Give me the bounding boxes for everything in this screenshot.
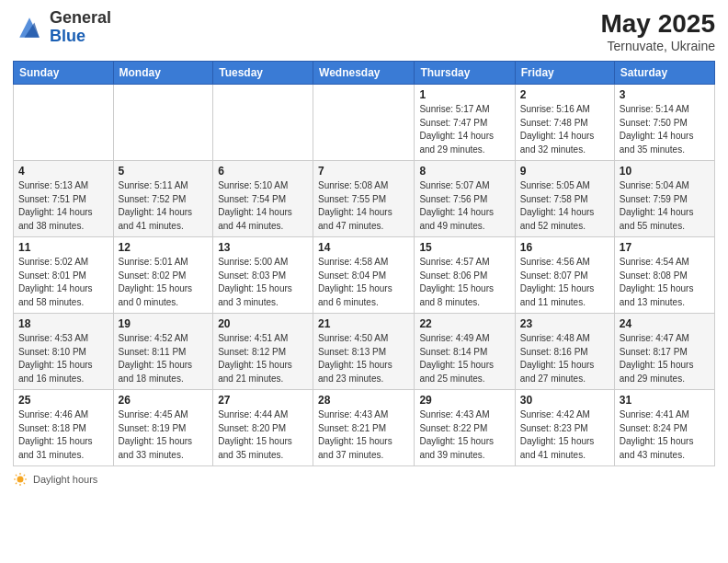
calendar-week-1: 1Sunrise: 5:17 AM Sunset: 7:47 PM Daylig… [14, 85, 715, 161]
calendar-cell: 2Sunrise: 5:16 AM Sunset: 7:48 PM Daylig… [515, 85, 614, 161]
day-info: Sunrise: 5:05 AM Sunset: 7:58 PM Dayligh… [520, 179, 609, 233]
day-number: 22 [419, 317, 509, 330]
day-info: Sunrise: 5:10 AM Sunset: 7:54 PM Dayligh… [218, 179, 308, 233]
calendar-cell: 6Sunrise: 5:10 AM Sunset: 7:54 PM Daylig… [213, 161, 313, 237]
month-year: May 2025 [600, 9, 715, 39]
day-number: 13 [218, 241, 308, 254]
day-number: 27 [218, 394, 308, 407]
logo: General Blue [13, 9, 111, 46]
calendar-cell: 17Sunrise: 4:54 AM Sunset: 8:08 PM Dayli… [614, 237, 714, 314]
calendar-cell: 23Sunrise: 4:48 AM Sunset: 8:16 PM Dayli… [515, 314, 614, 390]
sun-icon [13, 472, 28, 487]
calendar-cell: 12Sunrise: 5:01 AM Sunset: 8:02 PM Dayli… [113, 237, 213, 314]
calendar-week-2: 4Sunrise: 5:13 AM Sunset: 7:51 PM Daylig… [14, 161, 715, 237]
calendar-cell: 19Sunrise: 4:52 AM Sunset: 8:11 PM Dayli… [113, 314, 213, 390]
calendar-cell: 27Sunrise: 4:44 AM Sunset: 8:20 PM Dayli… [213, 390, 313, 466]
day-info: Sunrise: 5:13 AM Sunset: 7:51 PM Dayligh… [18, 179, 108, 233]
day-info: Sunrise: 4:41 AM Sunset: 8:24 PM Dayligh… [620, 408, 710, 462]
day-number: 26 [119, 394, 209, 407]
day-info: Sunrise: 5:14 AM Sunset: 7:50 PM Dayligh… [620, 103, 710, 156]
day-info: Sunrise: 4:46 AM Sunset: 8:18 PM Dayligh… [18, 408, 108, 462]
day-info: Sunrise: 4:48 AM Sunset: 8:16 PM Dayligh… [520, 332, 609, 385]
calendar-cell [313, 85, 415, 161]
day-info: Sunrise: 4:56 AM Sunset: 8:07 PM Dayligh… [520, 256, 609, 309]
day-number: 1 [419, 88, 509, 101]
svg-line-9 [24, 475, 25, 476]
calendar-cell: 9Sunrise: 5:05 AM Sunset: 7:58 PM Daylig… [515, 161, 614, 237]
calendar-cell: 4Sunrise: 5:13 AM Sunset: 7:51 PM Daylig… [14, 161, 114, 237]
calendar-cell: 22Sunrise: 4:49 AM Sunset: 8:14 PM Dayli… [415, 314, 515, 390]
calendar-cell: 25Sunrise: 4:46 AM Sunset: 8:18 PM Dayli… [14, 390, 114, 466]
day-number: 21 [318, 317, 409, 330]
calendar-cell: 15Sunrise: 4:57 AM Sunset: 8:06 PM Dayli… [415, 237, 515, 314]
day-number: 11 [18, 241, 108, 254]
calendar-cell [113, 85, 213, 161]
day-info: Sunrise: 4:43 AM Sunset: 8:21 PM Dayligh… [318, 408, 409, 462]
day-number: 29 [419, 394, 509, 407]
day-info: Sunrise: 5:00 AM Sunset: 8:03 PM Dayligh… [218, 256, 308, 309]
day-info: Sunrise: 4:53 AM Sunset: 8:10 PM Dayligh… [18, 332, 108, 385]
day-info: Sunrise: 4:58 AM Sunset: 8:04 PM Dayligh… [318, 256, 409, 309]
calendar-cell: 31Sunrise: 4:41 AM Sunset: 8:24 PM Dayli… [614, 390, 714, 466]
daylight-hours-label: Daylight hours [33, 474, 97, 485]
calendar-cell: 5Sunrise: 5:11 AM Sunset: 7:52 PM Daylig… [113, 161, 213, 237]
day-info: Sunrise: 5:07 AM Sunset: 7:56 PM Dayligh… [419, 179, 509, 233]
calendar-cell: 21Sunrise: 4:50 AM Sunset: 8:13 PM Dayli… [313, 314, 415, 390]
day-info: Sunrise: 5:08 AM Sunset: 7:55 PM Dayligh… [318, 179, 409, 233]
col-header-monday: Monday [113, 62, 213, 85]
day-number: 23 [520, 317, 609, 330]
day-info: Sunrise: 4:57 AM Sunset: 8:06 PM Dayligh… [419, 256, 509, 309]
day-number: 30 [520, 394, 609, 407]
day-number: 28 [318, 394, 409, 407]
day-info: Sunrise: 4:54 AM Sunset: 8:08 PM Dayligh… [620, 256, 710, 309]
day-info: Sunrise: 4:44 AM Sunset: 8:20 PM Dayligh… [218, 408, 308, 462]
calendar-cell [213, 85, 313, 161]
day-info: Sunrise: 5:02 AM Sunset: 8:01 PM Dayligh… [18, 256, 108, 309]
day-info: Sunrise: 5:11 AM Sunset: 7:52 PM Dayligh… [119, 179, 209, 233]
calendar-week-3: 11Sunrise: 5:02 AM Sunset: 8:01 PM Dayli… [14, 237, 715, 314]
calendar-cell: 1Sunrise: 5:17 AM Sunset: 7:47 PM Daylig… [415, 85, 515, 161]
calendar-cell: 24Sunrise: 4:47 AM Sunset: 8:17 PM Dayli… [614, 314, 714, 390]
calendar-cell: 10Sunrise: 5:04 AM Sunset: 7:59 PM Dayli… [614, 161, 714, 237]
calendar-week-5: 25Sunrise: 4:46 AM Sunset: 8:18 PM Dayli… [14, 390, 715, 466]
day-number: 15 [419, 241, 509, 254]
day-number: 25 [18, 394, 108, 407]
day-number: 24 [620, 317, 710, 330]
footer: Daylight hours [13, 472, 715, 487]
calendar: SundayMondayTuesdayWednesdayThursdayFrid… [13, 61, 715, 466]
calendar-cell: 13Sunrise: 5:00 AM Sunset: 8:03 PM Dayli… [213, 237, 313, 314]
day-number: 31 [620, 394, 710, 407]
col-header-tuesday: Tuesday [213, 62, 313, 85]
logo-general: General [50, 8, 111, 27]
logo-blue: Blue [50, 27, 85, 45]
svg-line-10 [16, 483, 17, 484]
col-header-friday: Friday [515, 62, 614, 85]
day-number: 8 [419, 165, 509, 178]
day-info: Sunrise: 4:45 AM Sunset: 8:19 PM Dayligh… [119, 408, 209, 462]
day-number: 20 [218, 317, 308, 330]
calendar-cell: 30Sunrise: 4:42 AM Sunset: 8:23 PM Dayli… [515, 390, 614, 466]
day-number: 16 [520, 241, 609, 254]
day-number: 7 [318, 165, 409, 178]
day-info: Sunrise: 4:47 AM Sunset: 8:17 PM Dayligh… [620, 332, 710, 385]
day-info: Sunrise: 4:43 AM Sunset: 8:22 PM Dayligh… [419, 408, 509, 462]
header: General Blue May 2025 Ternuvate, Ukraine [13, 9, 715, 53]
day-info: Sunrise: 4:49 AM Sunset: 8:14 PM Dayligh… [419, 332, 509, 385]
svg-point-2 [17, 477, 24, 483]
calendar-cell: 29Sunrise: 4:43 AM Sunset: 8:22 PM Dayli… [415, 390, 515, 466]
calendar-cell: 8Sunrise: 5:07 AM Sunset: 7:56 PM Daylig… [415, 161, 515, 237]
location: Ternuvate, Ukraine [600, 39, 715, 53]
day-info: Sunrise: 4:51 AM Sunset: 8:12 PM Dayligh… [218, 332, 308, 385]
day-number: 5 [119, 165, 209, 178]
calendar-cell: 18Sunrise: 4:53 AM Sunset: 8:10 PM Dayli… [14, 314, 114, 390]
day-number: 3 [620, 88, 710, 101]
logo-icon [13, 11, 46, 44]
calendar-header-row: SundayMondayTuesdayWednesdayThursdayFrid… [14, 62, 715, 85]
page: General Blue May 2025 Ternuvate, Ukraine… [0, 0, 728, 563]
day-number: 12 [119, 241, 209, 254]
day-number: 4 [18, 165, 108, 178]
calendar-cell: 20Sunrise: 4:51 AM Sunset: 8:12 PM Dayli… [213, 314, 313, 390]
calendar-week-4: 18Sunrise: 4:53 AM Sunset: 8:10 PM Dayli… [14, 314, 715, 390]
calendar-cell: 16Sunrise: 4:56 AM Sunset: 8:07 PM Dayli… [515, 237, 614, 314]
day-number: 6 [218, 165, 308, 178]
